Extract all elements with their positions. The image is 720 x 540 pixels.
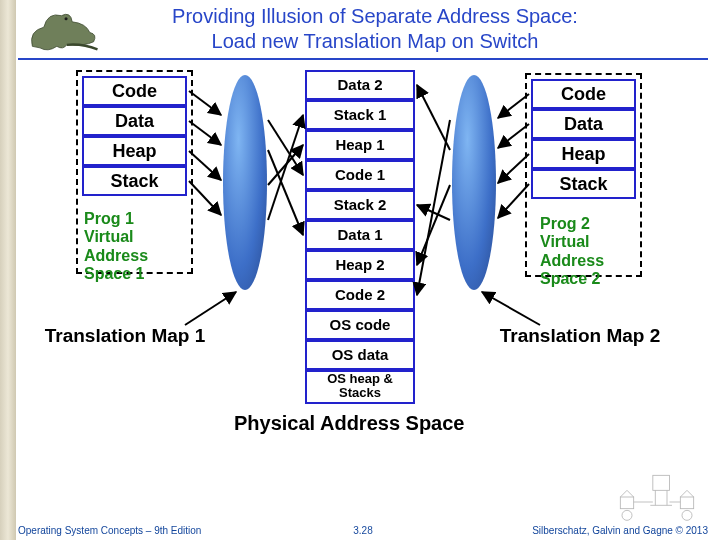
phys-code1: Code 1 [305, 160, 415, 190]
svg-point-22 [622, 510, 632, 520]
phys-code2: Code 2 [305, 280, 415, 310]
prog2-stack-segment: Stack [531, 169, 636, 199]
prog1-caption: Prog 1 Virtual Address Space 1 [84, 210, 194, 284]
phys-heap1: Heap 1 [305, 130, 415, 160]
svg-line-14 [417, 85, 450, 150]
svg-line-17 [185, 292, 236, 325]
footer-mini-diagram-icon [612, 472, 702, 522]
footer-right: Silberschatz, Galvin and Gagne © 2013 [532, 525, 708, 536]
svg-line-3 [189, 151, 221, 180]
svg-line-7 [268, 145, 303, 185]
prog2-heap-segment: Heap [531, 139, 636, 169]
phys-osheap: OS heap & Stacks [305, 370, 415, 404]
translation-map-2-label: Translation Map 2 [450, 325, 710, 347]
prog2-segment-stack: Code Data Heap Stack [531, 79, 636, 199]
phys-heap2: Heap 2 [305, 250, 415, 280]
svg-line-16 [417, 205, 450, 220]
prog2-code-segment: Code [531, 79, 636, 109]
title-underline [18, 58, 708, 60]
svg-line-8 [268, 115, 303, 220]
svg-line-2 [189, 121, 221, 145]
svg-rect-19 [653, 475, 670, 490]
translation-map-1-label: Translation Map 1 [30, 325, 220, 347]
svg-line-15 [417, 185, 450, 265]
physical-segment-stack: Data 2 Stack 1 Heap 1 Code 1 Stack 2 Dat… [305, 70, 415, 404]
slide-title-line1: Providing Illusion of Separate Address S… [60, 4, 690, 29]
prog1-heap-segment: Heap [82, 136, 187, 166]
svg-rect-21 [680, 497, 693, 509]
phys-stack2: Stack 2 [305, 190, 415, 220]
left-sidebar-decoration [0, 0, 16, 540]
slide-title-line2: Load new Translation Map on Switch [60, 29, 690, 54]
phys-stack1: Stack 1 [305, 100, 415, 130]
phys-data2: Data 2 [305, 70, 415, 100]
svg-line-6 [268, 150, 303, 235]
prog2-data-segment: Data [531, 109, 636, 139]
svg-line-5 [268, 120, 303, 175]
translation-oval-left [223, 75, 267, 290]
phys-data1: Data 1 [305, 220, 415, 250]
slide-page: Providing Illusion of Separate Address S… [0, 0, 720, 540]
prog1-data-segment: Data [82, 106, 187, 136]
svg-line-18 [482, 292, 540, 325]
slide-title: Providing Illusion of Separate Address S… [60, 4, 690, 54]
svg-line-1 [189, 91, 221, 115]
svg-line-13 [417, 120, 450, 295]
prog1-code-segment: Code [82, 76, 187, 106]
footer-page-number: 3.28 [353, 525, 372, 536]
physical-caption: Physical Address Space [234, 412, 465, 435]
translation-oval-right [452, 75, 496, 290]
prog2-caption: Prog 2 Virtual Address Space 2 [540, 215, 650, 289]
footer-left: Operating System Concepts – 9th Edition [18, 525, 201, 536]
slide-footer: Operating System Concepts – 9th Edition … [18, 525, 708, 536]
phys-osdata: OS data [305, 340, 415, 370]
svg-rect-20 [620, 497, 633, 509]
prog1-segment-stack: Code Data Heap Stack [82, 76, 187, 196]
prog1-stack-segment: Stack [82, 166, 187, 196]
svg-point-23 [682, 510, 692, 520]
phys-oscode: OS code [305, 310, 415, 340]
